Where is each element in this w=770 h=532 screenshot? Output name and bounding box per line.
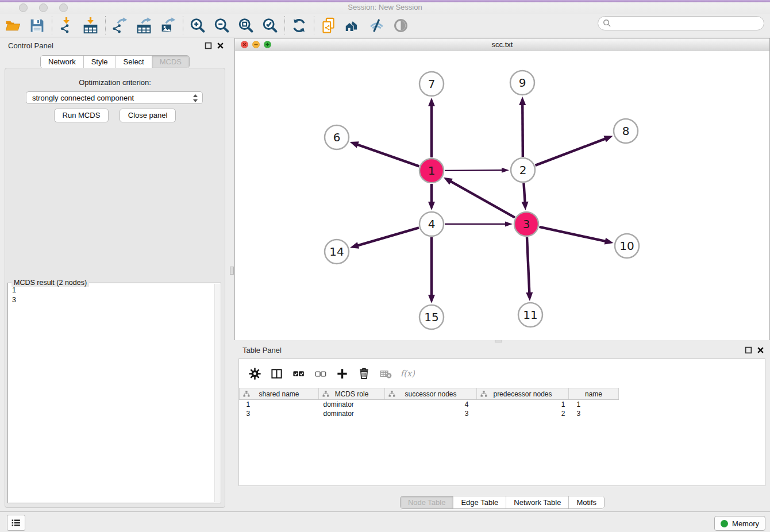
edge-arrowhead-4-14 xyxy=(350,242,359,249)
list-icon[interactable] xyxy=(7,515,25,531)
application-window: Session: New Session Control Panel Netwo… xyxy=(0,0,770,532)
svg-text:f(x): f(x) xyxy=(401,368,415,378)
close-panel-icon[interactable] xyxy=(217,42,224,49)
cell-r2-c1[interactable]: 3 xyxy=(240,409,319,418)
memory-button[interactable]: Memory xyxy=(714,516,765,531)
documents-network-icon[interactable] xyxy=(319,16,337,35)
tab-select[interactable]: Select xyxy=(116,56,152,68)
edge-1-6[interactable] xyxy=(357,144,419,166)
eye-slash-icon[interactable] xyxy=(367,16,386,35)
edge-1-2[interactable] xyxy=(445,170,503,171)
cell-r1-c5[interactable]: 1 xyxy=(569,400,619,410)
cell-r1-c3[interactable]: 4 xyxy=(385,400,477,410)
vertical-splitter-handle[interactable] xyxy=(230,267,234,275)
toolbar-separator xyxy=(183,16,184,34)
save-disk-icon[interactable] xyxy=(28,16,46,35)
zoom-fit-icon[interactable] xyxy=(236,16,255,35)
edge-4-14[interactable] xyxy=(357,228,419,245)
node-label-2: 2 xyxy=(519,163,527,177)
tab-style[interactable]: Style xyxy=(83,56,116,68)
tab-node-table[interactable]: Node Table xyxy=(401,496,453,508)
network-frame-titlebar: scc.txt xyxy=(235,38,769,52)
houses-icon[interactable] xyxy=(343,16,361,35)
add-icon[interactable] xyxy=(334,366,349,381)
cell-r2-c5[interactable]: 3 xyxy=(569,409,619,418)
node-label-9: 9 xyxy=(519,76,526,90)
cell-r2-c2[interactable]: dominator xyxy=(319,409,385,418)
edge-arrowhead-4-15 xyxy=(428,295,435,303)
edge-arrowhead-3-10 xyxy=(605,238,614,245)
column-header-name[interactable]: name xyxy=(569,388,619,400)
zoom-selected-icon[interactable] xyxy=(260,16,279,35)
cell-r2-c3[interactable]: 3 xyxy=(385,409,477,418)
memory-status-icon xyxy=(721,520,728,527)
node-label-3: 3 xyxy=(523,217,530,231)
window-title: Session: New Session xyxy=(0,3,770,11)
tab-mcds[interactable]: MCDS xyxy=(152,56,189,68)
column-header-MCDS-role[interactable]: MCDS role xyxy=(319,388,385,400)
table-panel-title: Table Panel xyxy=(242,346,282,354)
edge-3-11[interactable] xyxy=(527,237,529,294)
edge-arrowhead-3-1 xyxy=(444,178,453,185)
split-columns-icon[interactable] xyxy=(269,366,284,381)
search-icon xyxy=(603,19,611,28)
dropdown-arrows-icon xyxy=(193,94,198,102)
table-panel: Table Panel f(x) shared nameMCDS rolesuc… xyxy=(234,342,770,511)
mcds-result-text[interactable]: 1 3 xyxy=(12,286,16,305)
run-mcds-button[interactable]: Run MCDS xyxy=(54,109,109,122)
mcds-result-title: MCDS result (2 nodes) xyxy=(11,279,89,287)
toolbar-separator xyxy=(284,16,286,34)
tab-motifs[interactable]: Motifs xyxy=(568,496,604,508)
edge-arrowhead-3-11 xyxy=(526,292,533,301)
edge-2-3[interactable] xyxy=(523,183,525,203)
eye-disabled-icon[interactable] xyxy=(391,16,410,35)
tree-icon xyxy=(243,391,250,398)
network-canvas-svg[interactable]: 7968124314101511 xyxy=(235,51,769,340)
table-export-icon[interactable] xyxy=(134,16,153,35)
trash-icon[interactable] xyxy=(356,366,371,381)
table-import-icon[interactable] xyxy=(81,16,99,35)
zoom-out-icon[interactable] xyxy=(212,16,230,35)
zoom-in-icon[interactable] xyxy=(188,16,206,35)
node-label-7: 7 xyxy=(428,77,436,91)
edge-arrowhead-2-3 xyxy=(522,202,529,210)
main-toolbar xyxy=(0,14,770,37)
cell-r1-c4[interactable]: 1 xyxy=(477,400,569,410)
network-canvas[interactable]: 7968124314101511 xyxy=(235,51,769,340)
cell-r1-c1[interactable]: 1 xyxy=(240,400,319,410)
network-import-icon[interactable] xyxy=(57,16,75,35)
cell-r2-c4[interactable]: 2 xyxy=(477,409,569,418)
tree-icon xyxy=(388,391,395,398)
select-all-icon[interactable] xyxy=(291,366,306,381)
float-panel-icon[interactable] xyxy=(205,42,212,49)
tab-network[interactable]: Network xyxy=(41,56,83,68)
table-row: 3dominator323 xyxy=(240,409,619,418)
refresh-icon[interactable] xyxy=(290,16,308,35)
image-export-icon[interactable] xyxy=(159,16,177,35)
gear-icon[interactable] xyxy=(247,366,262,381)
close-panel-button[interactable]: Close panel xyxy=(120,109,176,122)
edge-3-10[interactable] xyxy=(539,227,606,241)
cell-r1-c2[interactable]: dominator xyxy=(319,400,385,410)
edge-arrowhead-1-6 xyxy=(350,141,359,148)
column-header-predecessor-nodes[interactable]: predecessor nodes xyxy=(477,388,569,400)
edge-arrowhead-1-2 xyxy=(502,168,509,173)
result-scrollbar[interactable] xyxy=(214,284,220,502)
open-folder-icon[interactable] xyxy=(3,16,22,35)
deselect-all-icon[interactable] xyxy=(313,366,328,381)
column-header-successor-nodes[interactable]: successor nodes xyxy=(385,388,477,400)
float-panel-icon[interactable] xyxy=(745,346,752,354)
tab-edge-table[interactable]: Edge Table xyxy=(453,496,506,508)
network-export-icon[interactable] xyxy=(110,16,129,35)
edge-3-1[interactable] xyxy=(450,181,515,218)
edge-2-8[interactable] xyxy=(536,138,606,165)
edge-2-9[interactable] xyxy=(522,104,523,157)
tab-network-table[interactable]: Network Table xyxy=(506,496,568,508)
memory-label: Memory xyxy=(732,519,759,528)
close-panel-icon[interactable] xyxy=(757,346,764,354)
node-table-container: f(x) shared nameMCDS rolesuccessor nodes… xyxy=(238,358,765,486)
criterion-dropdown[interactable]: strongly connected component xyxy=(26,91,203,104)
search-input[interactable] xyxy=(598,16,764,30)
column-header-shared-name[interactable]: shared name xyxy=(240,388,319,400)
function-builder-icon: f(x) xyxy=(400,366,415,381)
